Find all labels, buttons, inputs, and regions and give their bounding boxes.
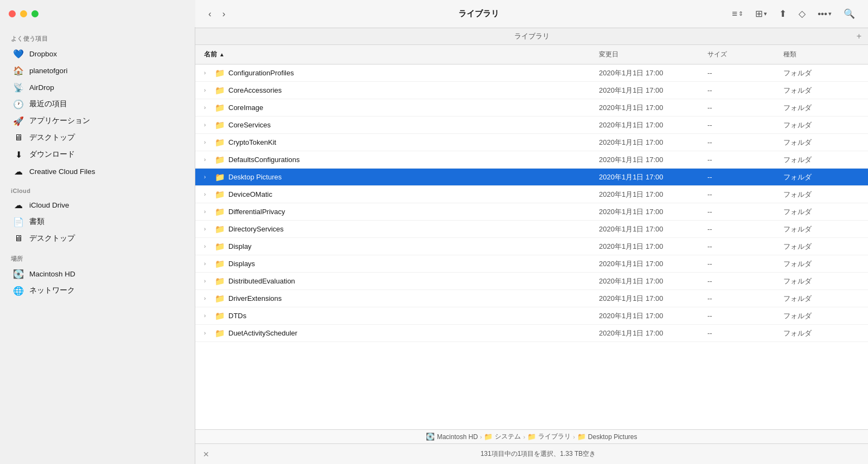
more-dropdown-icon: ▾ <box>828 10 832 17</box>
table-row[interactable]: › 📁 DTDs 2020年1月1日 17:00 -- フォルダ <box>195 307 868 325</box>
table-row[interactable]: › 📁 ConfigurationProfiles 2020年1月1日 17:0… <box>195 65 868 82</box>
breadcrumb-bar: 💽Macintosh HD›📁システム›📁ライブラリ›📁Desktop Pict… <box>195 429 868 443</box>
sidebar-item-icloud-drive[interactable]: ☁ iCloud Drive <box>4 197 190 213</box>
expand-arrow-icon[interactable]: › <box>204 243 212 249</box>
expand-arrow-icon[interactable]: › <box>204 209 212 215</box>
table-row[interactable]: › 📁 DistributedEvaluation 2020年1月1日 17:0… <box>195 273 868 290</box>
breadcrumb-item[interactable]: 📁ライブラリ <box>527 432 571 441</box>
sidebar-item-documents[interactable]: 📄 書類 <box>4 214 190 230</box>
folder-icon: 📁 <box>215 328 225 338</box>
sidebar-item-desktop[interactable]: 🖥 デスクトップ <box>4 130 190 146</box>
expand-arrow-icon[interactable]: › <box>204 122 212 128</box>
file-size: -- <box>707 69 783 77</box>
table-row[interactable]: › 📁 DuetActivityScheduler 2020年1月1日 17:0… <box>195 325 868 342</box>
table-row[interactable]: › 📁 Displays 2020年1月1日 17:00 -- フォルダ <box>195 255 868 273</box>
statusbar-close-button[interactable]: ✕ <box>203 450 209 459</box>
nav-buttons: ‹ › <box>204 6 229 22</box>
file-name: DeviceOMatic <box>228 190 272 198</box>
file-date: 2020年1月1日 17:00 <box>599 276 707 286</box>
file-date: 2020年1月1日 17:00 <box>599 328 707 338</box>
table-row[interactable]: › 📁 Desktop Pictures 2020年1月1日 17:00 -- … <box>195 169 868 186</box>
sidebar-item-label: AirDrop <box>29 83 54 92</box>
places-section-label: 場所 <box>0 247 195 265</box>
sidebar-item-creative[interactable]: ☁ Creative Cloud Files <box>4 163 190 179</box>
search-button[interactable]: 🔍 <box>839 5 859 22</box>
folder-icon: 📁 <box>215 103 225 113</box>
grid-view-button[interactable]: ⊞ ▾ <box>751 5 771 22</box>
expand-arrow-icon[interactable]: › <box>204 330 212 336</box>
file-date: 2020年1月1日 17:00 <box>599 294 707 304</box>
expand-arrow-icon[interactable]: › <box>204 70 212 76</box>
folder-icon: 📁 <box>215 224 225 234</box>
sidebar-icloud: ☁ iCloud Drive 📄 書類 🖥 デスクトップ <box>0 196 195 247</box>
expand-arrow-icon[interactable]: › <box>204 261 212 267</box>
sidebar-item-recent[interactable]: 🕐 最近の項目 <box>4 96 190 112</box>
expand-arrow-icon[interactable]: › <box>204 157 212 163</box>
sidebar-item-airdrop[interactable]: 📡 AirDrop <box>4 79 190 95</box>
file-size: -- <box>707 260 783 268</box>
breadcrumb-item[interactable]: 💽Macintosh HD <box>426 433 477 441</box>
sidebar-item-label: Macintosh HD <box>29 270 75 278</box>
titlebar <box>0 0 195 27</box>
expand-arrow-icon[interactable]: › <box>204 87 212 93</box>
expand-arrow-icon[interactable]: › <box>204 105 212 111</box>
file-name-cell: › 📁 ConfigurationProfiles <box>204 68 599 78</box>
table-row[interactable]: › 📁 DirectoryServices 2020年1月1日 17:00 --… <box>195 221 868 238</box>
file-size: -- <box>707 242 783 250</box>
table-row[interactable]: › 📁 DifferentialPrivacy 2020年1月1日 17:00 … <box>195 203 868 221</box>
expand-arrow-icon[interactable]: › <box>204 226 212 232</box>
expand-arrow-icon[interactable]: › <box>204 191 212 197</box>
sidebar-item-label: iCloud Drive <box>29 201 69 209</box>
size-column-header[interactable]: サイズ <box>707 50 783 59</box>
sidebar-item-downloads[interactable]: ⬇ ダウンロード <box>4 146 190 163</box>
file-name: DriverExtensions <box>228 294 282 302</box>
type-column-header[interactable]: 種類 <box>783 50 859 59</box>
section-header: ライブラリ + <box>195 28 868 45</box>
sidebar-item-macintosh-hd[interactable]: 💽 Macintosh HD <box>4 266 190 282</box>
expand-arrow-icon[interactable]: › <box>204 278 212 284</box>
file-date: 2020年1月1日 17:00 <box>599 172 707 182</box>
airdrop-icon: 📡 <box>13 82 24 93</box>
forward-button[interactable]: › <box>218 6 230 22</box>
file-name: Desktop Pictures <box>228 173 282 181</box>
folder-icon: 📁 <box>215 311 225 321</box>
sidebar-item-label: 書類 <box>29 217 44 227</box>
table-row[interactable]: › 📁 DriverExtensions 2020年1月1日 17:00 -- … <box>195 290 868 307</box>
file-type: フォルダ <box>783 103 859 113</box>
close-button[interactable] <box>9 10 16 17</box>
file-name-cell: › 📁 DistributedEvaluation <box>204 276 599 286</box>
table-row[interactable]: › 📁 DefaultsConfigurations 2020年1月1日 17:… <box>195 151 868 169</box>
expand-arrow-icon[interactable]: › <box>204 139 212 145</box>
sidebar-item-network[interactable]: 🌐 ネットワーク <box>4 282 190 299</box>
list-view-button[interactable]: ≡ ⇕ <box>727 6 748 22</box>
breadcrumb-item[interactable]: 📁システム <box>484 432 521 441</box>
add-section-button[interactable]: + <box>857 31 861 41</box>
table-row[interactable]: › 📁 Display 2020年1月1日 17:00 -- フォルダ <box>195 238 868 255</box>
sidebar-item-desktop-icloud[interactable]: 🖥 デスクトップ <box>4 230 190 247</box>
sidebar-item-planetofgori[interactable]: 🏠 planetofgori <box>4 62 190 79</box>
file-name: ConfigurationProfiles <box>228 69 294 77</box>
breadcrumb-item[interactable]: 📁Desktop Pictures <box>577 433 637 441</box>
fullscreen-button[interactable] <box>31 10 39 17</box>
expand-arrow-icon[interactable]: › <box>204 313 212 319</box>
toolbar-title: ライブラリ <box>234 9 723 19</box>
date-column-header[interactable]: 変更日 <box>599 50 707 59</box>
name-column-header[interactable]: 名前 ▲ <box>204 50 599 59</box>
table-row[interactable]: › 📁 CoreAccessories 2020年1月1日 17:00 -- フ… <box>195 82 868 99</box>
file-name-cell: › 📁 Display <box>204 242 599 252</box>
table-row[interactable]: › 📁 DeviceOMatic 2020年1月1日 17:00 -- フォルダ <box>195 186 868 203</box>
expand-arrow-icon[interactable]: › <box>204 295 212 301</box>
table-row[interactable]: › 📁 CoreServices 2020年1月1日 17:00 -- フォルダ <box>195 117 868 134</box>
back-button[interactable]: ‹ <box>204 6 216 22</box>
expand-arrow-icon[interactable]: › <box>204 174 212 180</box>
sidebar-item-applications[interactable]: 🚀 アプリケーション <box>4 113 190 129</box>
file-type: フォルダ <box>783 224 859 234</box>
more-button[interactable]: ••• ▾ <box>813 6 836 22</box>
table-row[interactable]: › 📁 CoreImage 2020年1月1日 17:00 -- フォルダ <box>195 99 868 117</box>
tag-button[interactable]: ◇ <box>794 5 810 22</box>
share-button[interactable]: ⬆ <box>775 5 791 22</box>
table-row[interactable]: › 📁 CryptoTokenKit 2020年1月1日 17:00 -- フォ… <box>195 134 868 151</box>
sidebar-item-dropbox[interactable]: 💙 Dropbox <box>4 46 190 62</box>
sidebar-item-label: ネットワーク <box>29 286 75 295</box>
minimize-button[interactable] <box>20 10 27 17</box>
